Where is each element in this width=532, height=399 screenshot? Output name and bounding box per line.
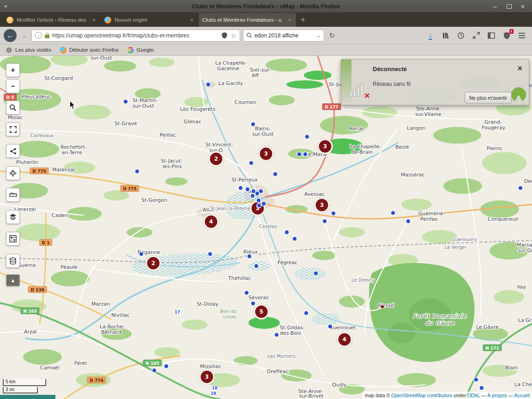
cluster-marker[interactable]: 5 bbox=[254, 304, 269, 320]
map-marker[interactable] bbox=[251, 122, 255, 127]
map-marker[interactable] bbox=[245, 187, 250, 192]
map-marker[interactable] bbox=[254, 264, 259, 268]
zoom-out-button[interactable]: − bbox=[6, 79, 20, 93]
map-marker[interactable] bbox=[208, 252, 212, 256]
share-button[interactable] bbox=[6, 144, 20, 158]
map-canvas[interactable]: D 5D 775D 775D 177D 1D 139N 165N 165D 77… bbox=[0, 56, 532, 399]
cluster-marker[interactable]: 2 bbox=[208, 151, 224, 167]
map-marker[interactable] bbox=[261, 201, 266, 206]
map-marker[interactable] bbox=[292, 236, 297, 241]
minimap-button[interactable] bbox=[6, 232, 20, 246]
map-marker[interactable] bbox=[322, 219, 327, 224]
back-button[interactable]: ← bbox=[4, 29, 17, 42]
window-menu-icon[interactable]: ▾ bbox=[0, 4, 11, 9]
bookmark-get-started[interactable]: Débuter avec Firefox bbox=[60, 47, 119, 54]
search-bar[interactable]: edon 2018 affiche → bbox=[243, 30, 324, 42]
map-marker[interactable] bbox=[479, 386, 484, 390]
map-marker[interactable] bbox=[139, 252, 144, 256]
search-go-icon[interactable]: → bbox=[315, 32, 321, 39]
maximize-button[interactable] bbox=[505, 3, 513, 10]
minimize-button[interactable]: – bbox=[491, 3, 499, 10]
attribution-about-link[interactable]: À propos bbox=[487, 393, 507, 398]
cluster-marker[interactable]: 4 bbox=[203, 214, 219, 230]
measure-button[interactable]: 0 1 bbox=[6, 188, 20, 202]
map-marker[interactable] bbox=[238, 186, 243, 190]
cluster-marker[interactable]: 4 bbox=[337, 332, 352, 347]
map-marker[interactable] bbox=[303, 152, 308, 157]
shield-icon[interactable] bbox=[221, 32, 228, 39]
tab-close-icon[interactable]: × bbox=[91, 17, 97, 24]
map-marker[interactable] bbox=[206, 82, 211, 87]
map-marker[interactable] bbox=[249, 161, 254, 165]
map-marker[interactable] bbox=[391, 211, 395, 215]
map-marker[interactable] bbox=[284, 230, 289, 235]
tab-umap-active[interactable]: Clubs et Membres Fondateurs - u × bbox=[199, 13, 296, 27]
library-button[interactable] bbox=[440, 30, 451, 41]
reload-button[interactable]: ↻ bbox=[327, 31, 337, 40]
map-marker[interactable] bbox=[297, 152, 302, 157]
cluster-marker[interactable]: 2 bbox=[145, 255, 161, 271]
fullscreen-button[interactable] bbox=[471, 30, 482, 41]
tab-close-icon[interactable]: × bbox=[287, 17, 292, 24]
bookmark-star-icon[interactable]: ☆ bbox=[230, 32, 236, 39]
notification-close-icon[interactable]: × bbox=[517, 64, 522, 73]
map-marker[interactable] bbox=[244, 290, 249, 295]
bookmark-google[interactable]: Google bbox=[127, 47, 154, 54]
map-marker[interactable] bbox=[273, 172, 278, 176]
map-marker[interactable] bbox=[255, 191, 260, 196]
tab-edit-article[interactable]: Modifier l'article ‹ Réseau des × bbox=[3, 13, 101, 27]
menu-button[interactable] bbox=[516, 30, 527, 41]
attribution-osm-link[interactable]: OpenStreetMap contributors bbox=[391, 393, 452, 398]
cluster-marker[interactable]: 3 bbox=[199, 369, 215, 385]
ublock-button[interactable]: 1 bbox=[501, 30, 512, 41]
collapse-controls-button[interactable]: ▲ bbox=[6, 274, 20, 286]
map-marker[interactable] bbox=[135, 169, 139, 174]
map-marker[interactable] bbox=[250, 193, 255, 198]
layers-button[interactable] bbox=[6, 210, 20, 224]
sidebar-button[interactable] bbox=[486, 30, 497, 41]
attribution-odbl-link[interactable]: ODbL bbox=[467, 393, 480, 398]
map-marker[interactable] bbox=[406, 219, 411, 224]
tab-close-icon[interactable]: × bbox=[189, 17, 194, 24]
cluster-marker[interactable]: 3 bbox=[314, 197, 330, 213]
downloads-button[interactable]: ↓ bbox=[425, 30, 436, 41]
url-text[interactable]: https://umap.openstreetmap.fr/fr/map/clu… bbox=[52, 32, 218, 39]
url-bar[interactable]: i https://umap.openstreetmap.fr/fr/map/c… bbox=[31, 30, 240, 42]
window-titlebar[interactable]: ▾ Clubs et Membres Fondateurs - uMap - M… bbox=[0, 0, 532, 13]
lock-icon[interactable] bbox=[45, 35, 49, 38]
new-tab-button[interactable]: + bbox=[296, 13, 309, 27]
tab-new-tab[interactable]: Nouvel onglet × bbox=[101, 13, 199, 27]
map-marker[interactable] bbox=[257, 203, 261, 208]
data-export-button[interactable] bbox=[6, 254, 20, 268]
site-info-icon[interactable]: i bbox=[35, 32, 42, 39]
map-marker[interactable] bbox=[518, 186, 523, 190]
map-marker[interactable] bbox=[328, 324, 332, 329]
zoom-in-button[interactable]: + bbox=[6, 63, 20, 77]
map-marker[interactable] bbox=[251, 301, 255, 306]
attribution-home-link[interactable]: Accueil bbox=[514, 393, 530, 398]
map-marker[interactable] bbox=[474, 377, 478, 382]
map-marker[interactable] bbox=[256, 198, 261, 203]
map-marker[interactable] bbox=[164, 364, 169, 369]
close-button[interactable]: × bbox=[519, 3, 526, 10]
history-button[interactable] bbox=[455, 30, 466, 41]
map-container[interactable]: D 5D 775D 775D 177D 1D 139N 165N 165D 77… bbox=[0, 56, 532, 399]
map-marker[interactable] bbox=[123, 99, 128, 104]
map-marker[interactable] bbox=[305, 134, 309, 139]
map-search-button[interactable] bbox=[6, 101, 20, 115]
map-marker[interactable] bbox=[274, 332, 279, 337]
map-marker[interactable] bbox=[247, 254, 252, 259]
fullscreen-map-button[interactable] bbox=[6, 122, 20, 136]
forward-button[interactable]: → bbox=[19, 31, 29, 40]
map-marker[interactable] bbox=[304, 311, 308, 315]
cluster-marker[interactable]: 3 bbox=[317, 139, 333, 154]
map-marker[interactable] bbox=[331, 211, 336, 216]
dont-warn-again-button[interactable]: Ne plus m'avertir bbox=[465, 92, 512, 103]
small-red-marker[interactable] bbox=[381, 305, 384, 308]
cluster-marker[interactable]: 3 bbox=[258, 146, 274, 162]
bookmark-most-visited[interactable]: Les plus visités bbox=[6, 47, 51, 54]
map-marker[interactable] bbox=[152, 368, 157, 373]
map-marker[interactable] bbox=[314, 271, 318, 276]
search-input[interactable]: edon 2018 affiche bbox=[254, 32, 313, 39]
locate-button[interactable] bbox=[6, 166, 20, 180]
